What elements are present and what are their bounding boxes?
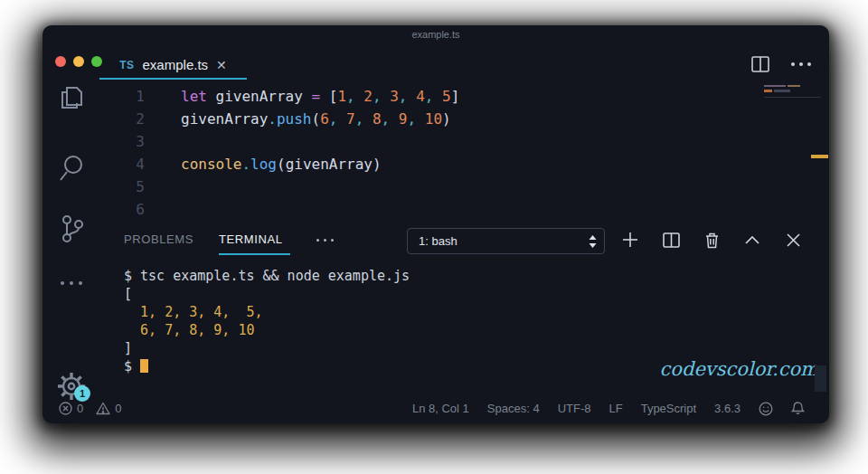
warnings-icon[interactable]: 0 [96, 402, 121, 415]
code-line: 4console.log(givenArray) [99, 153, 459, 175]
more-actions-icon[interactable] [42, 281, 99, 285]
window-title: example.ts [42, 29, 829, 40]
terminal-cursor [140, 359, 148, 373]
typescript-file-icon: TS [119, 59, 134, 71]
terminal-line: $ tsc example.ts && node example.js [124, 267, 410, 285]
line-number: 4 [99, 153, 145, 175]
watermark: codevscolor.com [660, 358, 818, 380]
status-item[interactable]: 3.6.3 [714, 402, 741, 415]
editor-code-area[interactable]: 1let givenArray = [1, 2, 3, 4, 5]2givenA… [99, 85, 459, 221]
status-item[interactable]: Ln 8, Col 1 [412, 402, 469, 415]
code-line: 2givenArray.push(6, 7, 8, 9, 10) [99, 108, 459, 130]
split-editor-icon[interactable] [751, 56, 769, 72]
feedback-smiley-icon[interactable] [759, 402, 773, 416]
terminal-line: $ [124, 357, 410, 375]
status-item[interactable]: UTF-8 [558, 402, 591, 415]
status-items: Ln 8, Col 1Spaces: 4UTF-8LFTypeScript3.6… [412, 402, 741, 415]
notifications-bell-icon[interactable] [791, 401, 805, 416]
code-line: 1let givenArray = [1, 2, 3, 4, 5] [99, 85, 459, 108]
tab-close-icon[interactable]: ✕ [216, 58, 227, 72]
tab-problems[interactable]: PROBLEMS [124, 224, 193, 255]
line-number: 2 [99, 108, 145, 130]
line-number: 3 [99, 130, 145, 153]
close-panel-icon[interactable] [782, 227, 804, 252]
status-bar: 0 0 Ln 8, Col 1Spaces: 4UTF-8LFTypeScrip… [42, 393, 829, 423]
active-tab-underline [99, 78, 247, 80]
line-number: 1 [99, 85, 145, 108]
terminal-line: ] [124, 339, 410, 357]
warning-count: 0 [115, 402, 121, 415]
error-count: 0 [77, 402, 83, 415]
panel-action-icons [619, 227, 804, 252]
editor-actions [751, 56, 811, 72]
terminal-output[interactable]: $ tsc example.ts && node example.js[ 1, … [124, 267, 410, 375]
explorer-icon[interactable] [42, 81, 99, 113]
new-terminal-icon[interactable] [619, 227, 641, 252]
terminal-select-value: 1: bash [408, 234, 589, 248]
maximize-panel-icon[interactable] [741, 227, 763, 252]
tab-example-ts[interactable]: TS example.ts ✕ [99, 50, 247, 80]
page: example.ts [0, 0, 868, 474]
status-item[interactable]: Spaces: 4 [487, 402, 540, 415]
terminal-line: [ [124, 285, 410, 303]
code-line: 5 [99, 175, 459, 198]
terminal-select[interactable]: 1: bash [407, 228, 605, 254]
tab-label: example.ts [143, 57, 209, 72]
code-line: 3 [99, 130, 459, 153]
split-terminal-icon[interactable] [660, 227, 682, 252]
editor-more-actions-icon[interactable] [791, 62, 811, 66]
minimap[interactable] [764, 83, 821, 101]
select-spinner-icon [589, 235, 604, 248]
vscode-window: example.ts [42, 25, 829, 423]
kill-terminal-trash-icon[interactable] [701, 227, 722, 252]
line-number: 5 [99, 175, 145, 198]
line-number: 6 [99, 198, 145, 221]
status-item[interactable]: TypeScript [641, 402, 696, 415]
tab-terminal[interactable]: TERMINAL [219, 224, 283, 255]
activity-bar: 1 [42, 49, 99, 393]
overview-ruler-mark [811, 155, 828, 158]
panel-tab-bar: PROBLEMS TERMINAL 1: bash [42, 224, 829, 258]
status-item[interactable]: LF [609, 402, 622, 415]
terminal-line: 6, 7, 8, 9, 10 [124, 321, 410, 339]
errors-icon[interactable]: 0 [59, 402, 83, 415]
terminal-scrollbar-thumb[interactable] [815, 365, 826, 392]
active-panel-tab-underline [219, 253, 290, 255]
search-icon[interactable] [42, 153, 99, 184]
terminal-line: 1, 2, 3, 4, 5, [124, 303, 410, 321]
code-line: 6 [99, 198, 459, 221]
panel-more-icon[interactable] [316, 239, 334, 242]
